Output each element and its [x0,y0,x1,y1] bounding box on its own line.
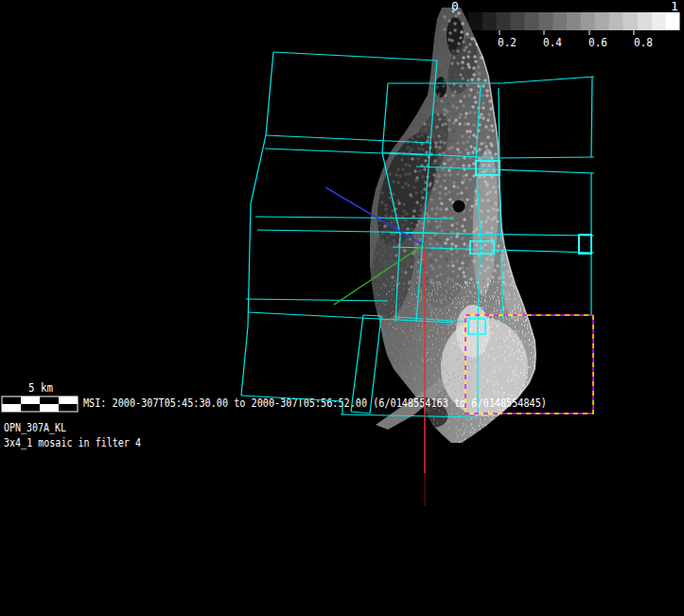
scale-bar-cell [21,396,40,404]
colorbar-step [524,12,538,30]
colorbar-step [651,12,665,30]
colorbar-step [609,12,623,30]
colorbar-step [511,12,525,30]
colorbar-tick-label-02: 0.2 [498,35,517,49]
footprint-overlap-rect[interactable] [579,235,591,254]
scale-bar-cell [40,396,59,404]
colorbar-step [538,12,552,30]
colorbar-min-label: 0 [451,0,459,13]
colorbar-tick-label-06: 0.6 [588,35,607,49]
footprint-edge[interactable] [273,52,437,61]
scale-bar-cell [59,404,78,412]
footprint-edge[interactable] [351,412,370,414]
colorbar-step [497,12,511,30]
render-scene: MSI: 2000-307T05:45:30.00 to 2000-307T05… [0,0,684,616]
colorbar-step [567,12,581,30]
footprint-edge[interactable] [382,83,388,152]
colorbar-tick-label-08: 0.8 [634,35,653,49]
colorbar-gradient-strip [454,12,680,30]
colorbar-step [581,12,595,30]
colorbar-step [552,12,567,30]
colorbar-tick-label-04: 0.4 [543,35,562,49]
colorbar-step [665,12,679,30]
colorbar [454,12,680,35]
crater-feature [453,201,465,213]
colorbar-step [595,12,609,30]
mosaic-description-label: 3x4_1 mosaic in filter 4 [4,435,141,449]
footprint-edge[interactable] [388,77,594,83]
colorbar-max-label: 1 [671,0,678,13]
colorbar-step [482,12,497,30]
colorbar-step [468,12,482,30]
scale-bar-cell [21,404,40,412]
scale-bar-cell [2,404,21,412]
sequence-id-label: OPN_307A_KL [4,420,66,434]
mosaic-planner-canvas[interactable]: MSI: 2000-307T05:45:30.00 to 2000-307T05… [0,0,684,616]
footprint-edge[interactable] [591,77,592,157]
footprint-edge[interactable] [241,52,273,396]
colorbar-step [623,12,638,30]
scale-bar-cell [2,396,21,404]
footprint-edge[interactable] [246,299,388,301]
colorbar-step [637,12,651,30]
scale-bar-label: 5 km [28,380,53,395]
scale-bar-cell [59,396,78,404]
scale-bar [2,396,78,412]
scale-bar-cell [40,404,59,412]
